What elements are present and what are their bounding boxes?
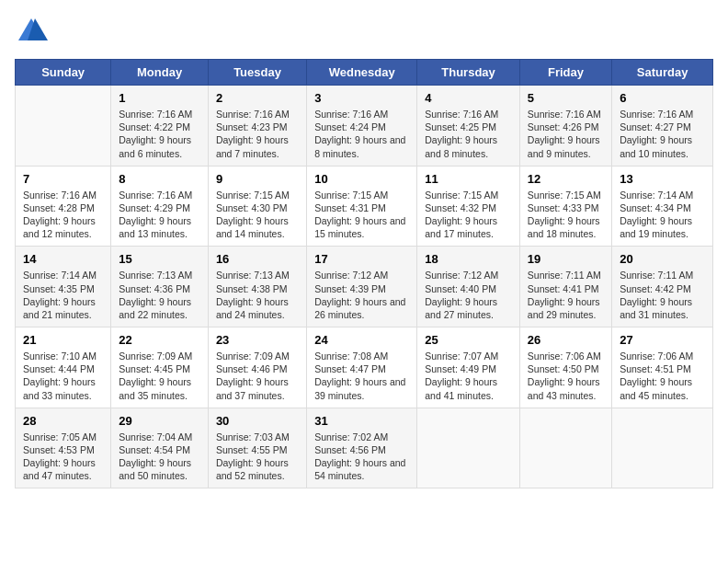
- day-info: Sunrise: 7:16 AM Sunset: 4:23 PM Dayligh…: [216, 108, 299, 160]
- day-info: Sunrise: 7:16 AM Sunset: 4:27 PM Dayligh…: [620, 108, 705, 160]
- day-of-week-friday: Friday: [519, 60, 611, 86]
- calendar-cell: 15 Sunrise: 7:13 AM Sunset: 4:36 PM Dayl…: [111, 247, 209, 327]
- day-number: 17: [314, 252, 409, 266]
- days-of-week-row: SundayMondayTuesdayWednesdayThursdayFrid…: [16, 60, 713, 86]
- calendar-cell: 17 Sunrise: 7:12 AM Sunset: 4:39 PM Dayl…: [307, 247, 417, 327]
- day-number: 18: [425, 252, 512, 266]
- calendar-cell: [16, 86, 111, 167]
- calendar-cell: 28 Sunrise: 7:05 AM Sunset: 4:53 PM Dayl…: [16, 408, 111, 488]
- day-info: Sunrise: 7:12 AM Sunset: 4:39 PM Dayligh…: [314, 269, 409, 321]
- day-number: 4: [425, 91, 512, 105]
- page-header: [15, 15, 713, 48]
- day-number: 26: [528, 333, 604, 347]
- logo: [15, 15, 51, 48]
- day-number: 15: [119, 252, 200, 266]
- calendar-cell: 11 Sunrise: 7:15 AM Sunset: 4:32 PM Dayl…: [417, 166, 520, 247]
- day-info: Sunrise: 7:16 AM Sunset: 4:29 PM Dayligh…: [119, 189, 200, 241]
- day-number: 11: [425, 172, 512, 186]
- day-info: Sunrise: 7:16 AM Sunset: 4:22 PM Dayligh…: [119, 108, 200, 160]
- calendar-cell: 6 Sunrise: 7:16 AM Sunset: 4:27 PM Dayli…: [612, 86, 713, 167]
- calendar-cell: 25 Sunrise: 7:07 AM Sunset: 4:49 PM Dayl…: [417, 327, 520, 408]
- day-info: Sunrise: 7:02 AM Sunset: 4:56 PM Dayligh…: [314, 431, 409, 483]
- calendar-cell: [612, 408, 713, 488]
- calendar-cell: 3 Sunrise: 7:16 AM Sunset: 4:24 PM Dayli…: [307, 86, 417, 167]
- day-info: Sunrise: 7:03 AM Sunset: 4:55 PM Dayligh…: [216, 431, 299, 483]
- day-info: Sunrise: 7:13 AM Sunset: 4:38 PM Dayligh…: [216, 269, 299, 321]
- day-info: Sunrise: 7:09 AM Sunset: 4:46 PM Dayligh…: [216, 350, 299, 402]
- day-info: Sunrise: 7:15 AM Sunset: 4:33 PM Dayligh…: [528, 189, 604, 241]
- day-number: 16: [216, 252, 299, 266]
- day-info: Sunrise: 7:13 AM Sunset: 4:36 PM Dayligh…: [119, 269, 200, 321]
- day-info: Sunrise: 7:15 AM Sunset: 4:30 PM Dayligh…: [216, 189, 299, 241]
- calendar-cell: 18 Sunrise: 7:12 AM Sunset: 4:40 PM Dayl…: [417, 247, 520, 327]
- day-number: 22: [119, 333, 200, 347]
- day-info: Sunrise: 7:07 AM Sunset: 4:49 PM Dayligh…: [425, 350, 512, 402]
- calendar-cell: 24 Sunrise: 7:08 AM Sunset: 4:47 PM Dayl…: [307, 327, 417, 408]
- calendar-cell: 21 Sunrise: 7:10 AM Sunset: 4:44 PM Dayl…: [16, 327, 111, 408]
- calendar-cell: 10 Sunrise: 7:15 AM Sunset: 4:31 PM Dayl…: [307, 166, 417, 247]
- calendar-cell: 1 Sunrise: 7:16 AM Sunset: 4:22 PM Dayli…: [111, 86, 209, 167]
- calendar-week-row: 1 Sunrise: 7:16 AM Sunset: 4:22 PM Dayli…: [16, 86, 713, 167]
- calendar-cell: 13 Sunrise: 7:14 AM Sunset: 4:34 PM Dayl…: [612, 166, 713, 247]
- day-number: 8: [119, 172, 200, 186]
- calendar-cell: 31 Sunrise: 7:02 AM Sunset: 4:56 PM Dayl…: [307, 408, 417, 488]
- calendar-week-row: 21 Sunrise: 7:10 AM Sunset: 4:44 PM Dayl…: [16, 327, 713, 408]
- day-of-week-thursday: Thursday: [417, 60, 520, 86]
- day-info: Sunrise: 7:08 AM Sunset: 4:47 PM Dayligh…: [314, 350, 409, 402]
- day-number: 31: [314, 414, 409, 428]
- calendar-cell: 30 Sunrise: 7:03 AM Sunset: 4:55 PM Dayl…: [208, 408, 306, 488]
- day-info: Sunrise: 7:15 AM Sunset: 4:32 PM Dayligh…: [425, 189, 512, 241]
- day-number: 19: [528, 252, 604, 266]
- calendar-week-row: 14 Sunrise: 7:14 AM Sunset: 4:35 PM Dayl…: [16, 247, 713, 327]
- calendar-cell: 9 Sunrise: 7:15 AM Sunset: 4:30 PM Dayli…: [208, 166, 306, 247]
- calendar-cell: 14 Sunrise: 7:14 AM Sunset: 4:35 PM Dayl…: [16, 247, 111, 327]
- calendar-cell: 27 Sunrise: 7:06 AM Sunset: 4:51 PM Dayl…: [612, 327, 713, 408]
- logo-icon: [15, 15, 48, 48]
- day-number: 2: [216, 91, 299, 105]
- day-number: 1: [119, 91, 200, 105]
- day-info: Sunrise: 7:15 AM Sunset: 4:31 PM Dayligh…: [314, 189, 409, 241]
- day-of-week-monday: Monday: [111, 60, 209, 86]
- calendar-cell: 23 Sunrise: 7:09 AM Sunset: 4:46 PM Dayl…: [208, 327, 306, 408]
- day-number: 21: [23, 333, 103, 347]
- calendar-cell: 8 Sunrise: 7:16 AM Sunset: 4:29 PM Dayli…: [111, 166, 209, 247]
- calendar-table: SundayMondayTuesdayWednesdayThursdayFrid…: [15, 59, 713, 488]
- day-number: 6: [620, 91, 705, 105]
- day-info: Sunrise: 7:14 AM Sunset: 4:35 PM Dayligh…: [23, 269, 103, 321]
- day-info: Sunrise: 7:06 AM Sunset: 4:50 PM Dayligh…: [528, 350, 604, 402]
- day-of-week-saturday: Saturday: [612, 60, 713, 86]
- calendar-body: 1 Sunrise: 7:16 AM Sunset: 4:22 PM Dayli…: [16, 86, 713, 488]
- calendar-cell: 20 Sunrise: 7:11 AM Sunset: 4:42 PM Dayl…: [612, 247, 713, 327]
- day-of-week-tuesday: Tuesday: [208, 60, 306, 86]
- calendar-cell: 2 Sunrise: 7:16 AM Sunset: 4:23 PM Dayli…: [208, 86, 306, 167]
- day-number: 30: [216, 414, 299, 428]
- day-info: Sunrise: 7:06 AM Sunset: 4:51 PM Dayligh…: [620, 350, 705, 402]
- calendar-cell: 7 Sunrise: 7:16 AM Sunset: 4:28 PM Dayli…: [16, 166, 111, 247]
- calendar-week-row: 28 Sunrise: 7:05 AM Sunset: 4:53 PM Dayl…: [16, 408, 713, 488]
- calendar-cell: 12 Sunrise: 7:15 AM Sunset: 4:33 PM Dayl…: [519, 166, 611, 247]
- day-info: Sunrise: 7:14 AM Sunset: 4:34 PM Dayligh…: [620, 189, 705, 241]
- day-number: 5: [528, 91, 604, 105]
- calendar-cell: [519, 408, 611, 488]
- day-info: Sunrise: 7:04 AM Sunset: 4:54 PM Dayligh…: [119, 431, 200, 483]
- day-of-week-wednesday: Wednesday: [307, 60, 417, 86]
- day-number: 20: [620, 252, 705, 266]
- calendar-cell: [417, 408, 520, 488]
- day-info: Sunrise: 7:10 AM Sunset: 4:44 PM Dayligh…: [23, 350, 103, 402]
- calendar-cell: 29 Sunrise: 7:04 AM Sunset: 4:54 PM Dayl…: [111, 408, 209, 488]
- day-number: 3: [314, 91, 409, 105]
- day-number: 13: [620, 172, 705, 186]
- day-number: 28: [23, 414, 103, 428]
- day-info: Sunrise: 7:16 AM Sunset: 4:24 PM Dayligh…: [314, 108, 409, 160]
- day-number: 27: [620, 333, 705, 347]
- day-number: 9: [216, 172, 299, 186]
- day-number: 29: [119, 414, 200, 428]
- day-number: 7: [23, 172, 103, 186]
- calendar-week-row: 7 Sunrise: 7:16 AM Sunset: 4:28 PM Dayli…: [16, 166, 713, 247]
- calendar-cell: 22 Sunrise: 7:09 AM Sunset: 4:45 PM Dayl…: [111, 327, 209, 408]
- day-number: 25: [425, 333, 512, 347]
- calendar-cell: 4 Sunrise: 7:16 AM Sunset: 4:25 PM Dayli…: [417, 86, 520, 167]
- day-info: Sunrise: 7:12 AM Sunset: 4:40 PM Dayligh…: [425, 269, 512, 321]
- day-number: 23: [216, 333, 299, 347]
- day-number: 12: [528, 172, 604, 186]
